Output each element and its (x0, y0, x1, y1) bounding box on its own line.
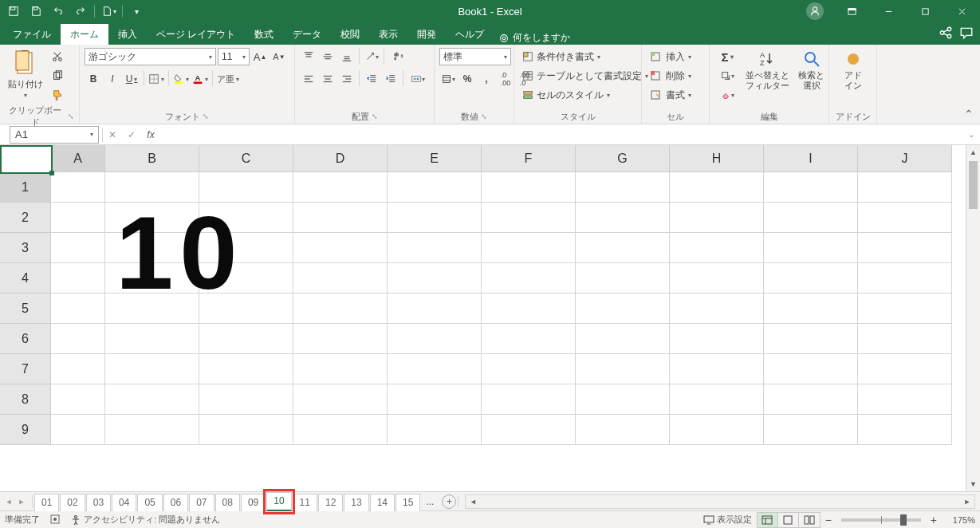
comma-icon[interactable]: , (478, 70, 495, 88)
zoom-percent[interactable]: 175% (942, 515, 975, 525)
sheet-tab-08[interactable]: 08 (215, 494, 240, 511)
insert-function-icon[interactable]: fx (141, 126, 160, 144)
close-button[interactable] (943, 0, 980, 22)
cell[interactable] (51, 384, 105, 415)
italic-button[interactable]: I (104, 70, 121, 88)
accounting-format-icon[interactable]: ▾ (439, 70, 457, 88)
decrease-font-icon[interactable]: A▼ (270, 48, 288, 65)
cell[interactable] (576, 354, 670, 384)
sheet-tab-03[interactable]: 03 (86, 494, 111, 511)
normal-view-icon[interactable] (758, 513, 778, 527)
copy-icon[interactable] (49, 67, 66, 85)
cell[interactable] (764, 263, 858, 294)
column-header-E[interactable]: E (388, 145, 482, 172)
tab-scroll-left-icon[interactable]: ◄ (3, 495, 14, 509)
cell[interactable] (576, 233, 670, 263)
minimize-button[interactable] (870, 0, 907, 22)
cell[interactable] (764, 354, 858, 384)
formula-bar-expand-icon[interactable]: ⌄ (962, 126, 980, 144)
cell[interactable] (764, 294, 858, 324)
align-middle-icon[interactable] (319, 48, 337, 65)
cell[interactable] (764, 172, 858, 203)
sheet-tab-02[interactable]: 02 (60, 494, 85, 511)
sheet-tab-09[interactable]: 09 (241, 494, 266, 511)
cell[interactable] (576, 172, 670, 203)
cell[interactable] (105, 233, 199, 263)
align-bottom-icon[interactable] (338, 48, 356, 65)
cell[interactable] (51, 203, 105, 233)
cell[interactable] (293, 294, 388, 324)
cell[interactable] (51, 415, 105, 445)
cell[interactable] (388, 384, 482, 415)
tab-insert[interactable]: 挿入 (108, 24, 147, 45)
column-header-B[interactable]: B (105, 145, 199, 172)
vscroll-thumb[interactable] (969, 161, 978, 209)
cell[interactable] (293, 384, 388, 415)
cell[interactable] (105, 203, 199, 233)
align-right-icon[interactable] (338, 70, 356, 88)
font-name-combo[interactable]: 游ゴシック▾ (85, 48, 216, 65)
cell[interactable] (670, 203, 764, 233)
decrease-indent-icon[interactable] (363, 70, 380, 88)
format-as-table-button[interactable]: テーブルとして書式設定▾ (519, 67, 651, 85)
cell[interactable] (482, 415, 576, 445)
cell[interactable] (576, 294, 670, 324)
align-top-icon[interactable] (300, 48, 317, 65)
cell[interactable] (199, 294, 293, 324)
cell[interactable] (293, 324, 388, 354)
number-dialog-launcher-icon[interactable]: ⤡ (481, 112, 487, 120)
maximize-button[interactable] (907, 0, 943, 22)
scroll-left-icon[interactable]: ◄ (466, 498, 480, 506)
row-header-7[interactable]: 7 (0, 354, 51, 384)
collapse-ribbon-icon[interactable]: ⌃ (964, 108, 974, 120)
more-tabs-indicator[interactable]: ... (421, 496, 439, 507)
cell[interactable] (199, 384, 293, 415)
cell[interactable] (576, 415, 670, 445)
cell[interactable] (576, 263, 670, 294)
conditional-formatting-button[interactable]: 条件付き書式▾ (519, 48, 651, 65)
cell[interactable] (670, 354, 764, 384)
scroll-down-icon[interactable]: ▼ (966, 477, 980, 491)
sheet-tab-11[interactable]: 11 (293, 494, 317, 511)
sheet-tab-05[interactable]: 05 (137, 494, 162, 511)
page-break-view-icon[interactable] (799, 513, 820, 527)
cut-icon[interactable] (49, 48, 66, 65)
row-header-8[interactable]: 8 (0, 384, 51, 415)
cell[interactable] (482, 354, 576, 384)
bold-button[interactable]: B (85, 70, 102, 88)
ribbon-display-icon[interactable] (833, 0, 870, 22)
sheet-tab-12[interactable]: 12 (318, 494, 343, 511)
row-header-5[interactable]: 5 (0, 294, 51, 324)
tab-help[interactable]: ヘルプ (446, 24, 494, 45)
sheet-tab-15[interactable]: 15 (396, 494, 420, 511)
cell[interactable] (199, 172, 293, 203)
sheet-tab-13[interactable]: 13 (344, 494, 368, 511)
cell[interactable] (764, 415, 858, 445)
cell[interactable] (105, 263, 199, 294)
cell[interactable] (293, 203, 388, 233)
cell[interactable] (858, 324, 952, 354)
clipboard-dialog-launcher-icon[interactable]: ⤡ (68, 112, 74, 120)
column-header-J[interactable]: J (858, 145, 952, 172)
cell[interactable] (670, 324, 764, 354)
cell[interactable] (482, 203, 576, 233)
cell[interactable] (199, 233, 293, 263)
accessibility-status[interactable]: アクセシビリティ: 問題ありません (70, 514, 220, 526)
cell[interactable] (764, 384, 858, 415)
cell[interactable] (388, 324, 482, 354)
sheet-tab-10[interactable]: 10 (266, 492, 291, 511)
column-header-A[interactable]: A (51, 145, 105, 172)
cell[interactable] (482, 172, 576, 203)
qat-customize-icon[interactable]: ▾ (128, 2, 145, 20)
cell[interactable] (482, 384, 576, 415)
fill-color-icon[interactable]: ▾ (172, 70, 190, 88)
cell-styles-button[interactable]: セルのスタイル▾ (519, 86, 651, 104)
insert-cells-button[interactable]: 挿入▾ (647, 48, 695, 65)
increase-indent-icon[interactable] (382, 70, 399, 88)
orientation-icon[interactable]: ▾ (363, 48, 380, 65)
tab-formulas[interactable]: 数式 (245, 24, 283, 45)
column-header-F[interactable]: F (482, 145, 576, 172)
cell[interactable] (293, 263, 388, 294)
cell[interactable] (670, 172, 764, 203)
format-painter-icon[interactable] (49, 86, 66, 104)
